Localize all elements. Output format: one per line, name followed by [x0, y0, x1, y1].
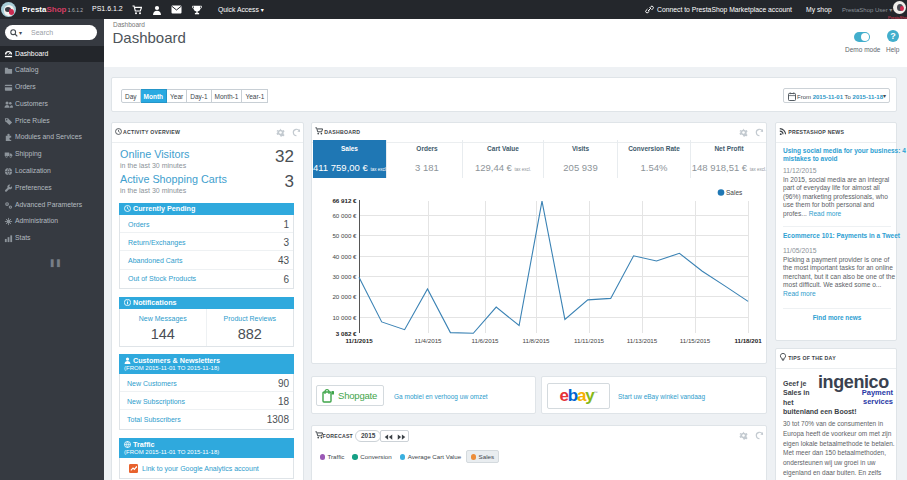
svg-text:10 000 €: 10 000 €	[332, 314, 357, 321]
svg-text:11/15/2015: 11/15/2015	[680, 337, 711, 344]
svg-text:20 000 €: 20 000 €	[332, 293, 357, 300]
svg-text:60 000 €: 60 000 €	[332, 212, 357, 219]
svg-text:50 000 €: 50 000 €	[332, 232, 357, 239]
svg-text:11/18/201: 11/18/201	[734, 337, 762, 344]
svg-text:40 000 €: 40 000 €	[332, 253, 357, 260]
svg-text:11/13/2015: 11/13/2015	[627, 337, 658, 344]
svg-text:3 082 €: 3 082 €	[336, 330, 357, 337]
svg-text:66 912 €: 66 912 €	[332, 197, 357, 204]
svg-text:Sales: Sales	[726, 189, 743, 196]
svg-text:11/11/2015: 11/11/2015	[574, 337, 605, 344]
svg-text:11/6/2015: 11/6/2015	[471, 337, 499, 344]
svg-text:11/8/2015: 11/8/2015	[522, 337, 550, 344]
svg-text:11/4/2015: 11/4/2015	[414, 337, 442, 344]
svg-text:11/1/2015: 11/1/2015	[345, 337, 373, 344]
svg-text:30 000 €: 30 000 €	[332, 273, 357, 280]
